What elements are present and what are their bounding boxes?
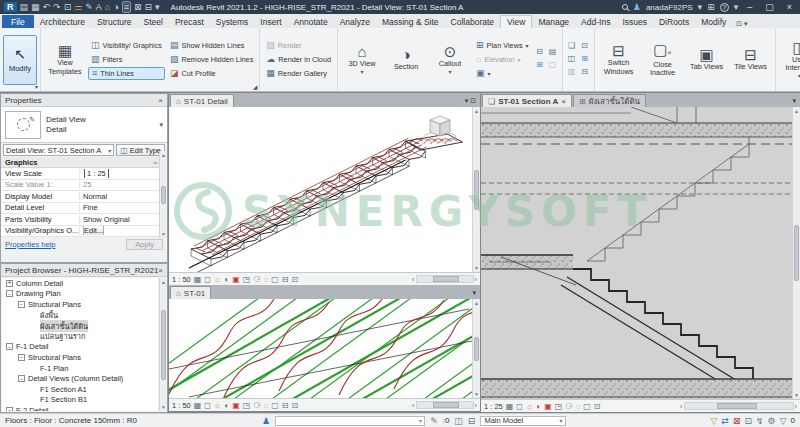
tab-architecture[interactable]: Architecture [34,15,91,28]
detail-level-icon[interactable]: ▦ [194,275,202,284]
tab-analyze[interactable]: Analyze [334,15,376,28]
qat-customize-chevron[interactable]: ▾ [155,2,160,12]
graphics-panel-launcher[interactable]: ◢ [253,83,258,90]
tab-steel[interactable]: Steel [138,15,169,28]
close-hidden-icon[interactable]: ⊠ [134,2,142,12]
filter-icon[interactable]: ▽ [780,416,787,426]
view-cube[interactable] [420,112,460,148]
pane-c-vscrollbar[interactable]: ▲▼ [792,107,800,399]
section-icon[interactable]: ◑ [113,2,118,12]
detail-level-icon[interactable]: ▦ [194,401,202,410]
account-chevron-icon[interactable]: ▾ [698,2,703,12]
sun-path-icon[interactable]: ☼ [214,401,221,410]
tree-item[interactable]: -Detail Views (Column Detail) [2,373,158,384]
user-interface-button[interactable]: ◫ User Interface▾ [779,40,800,80]
temporary-view-properties-icon[interactable]: ▢ [583,402,591,411]
help-chevron-icon[interactable]: ▾ [734,2,739,12]
viewports-icon[interactable]: ⊟ [579,67,591,79]
duplicate-view-icon[interactable]: ⊟ [534,47,546,59]
view-tab-st01-detail[interactable]: ⌂ ST-01 Detail [170,94,234,107]
sun-path-icon[interactable]: ☼ [214,275,221,284]
type-selector[interactable]: ✎ Detail ViewDetail ▾ [1,107,167,143]
main-model-icon[interactable]: ⊟ [468,416,476,426]
tree-item[interactable]: F1 Section A1 [2,384,158,395]
thin-lines-button[interactable]: ≡Thin Lines [88,67,165,80]
worksharing-display-icon[interactable]: ⊟ [282,401,289,410]
elevation-button[interactable]: ⌂Elevation▾ [473,53,532,66]
tab-issues[interactable]: Issues [616,15,653,28]
drafting-view-button[interactable]: ▣▾ [473,67,532,80]
press-drag-icon[interactable]: ⇄ [721,416,729,426]
pane-b-tab-list-icon[interactable]: ▾ [472,289,480,297]
crop-region-icon[interactable]: ◳ [243,275,251,284]
pane-c-tab-list-icon[interactable]: ▾ [792,97,800,105]
crop-region-icon[interactable]: ◳ [555,402,563,411]
scale-button[interactable]: 1 : 25 [484,402,503,411]
tree-item[interactable]: -Structural Plans [2,299,158,310]
temporary-hide-icon[interactable]: ⚆ [253,401,260,410]
temporary-hide-icon[interactable]: ⚆ [253,275,260,284]
search-icon[interactable] [622,4,628,10]
view-tab-st01-section-a[interactable]: ❏ ST-01 Section A × [482,94,572,107]
exclude-options-icon[interactable]: ▽ [710,416,717,426]
reveal-hidden-icon[interactable]: ◌ [263,275,268,284]
save-icon[interactable]: ▦ [31,2,40,12]
view-tab-basement-column-plan[interactable]: ⊞ ผังเสาชั้นใต้ดิน [573,94,646,107]
close-inactive-button[interactable]: ▢× Close Inactive [642,42,684,77]
app-store-icon[interactable]: ⊞ [707,2,715,12]
select-panel-chevron[interactable]: ▾ [35,83,38,90]
tile-views-button[interactable]: ⊟ Tile Views [730,47,772,71]
switch-windows-button[interactable]: ⊟ Switch Windows [598,43,640,75]
section-button[interactable]: ◑ Section [385,47,427,71]
switch-windows-qat-icon[interactable]: ⊟ [145,2,153,12]
tab-manage[interactable]: Manage [532,15,575,28]
legends-icon[interactable]: ▤ [547,47,559,59]
tree-item[interactable]: -F-2 Detail [2,405,158,411]
pane-b-vscrollbar[interactable]: ▲▼ [472,299,480,398]
cut-profile-button[interactable]: ◪Cut Profile [167,67,256,80]
crop-region-icon[interactable]: ◳ [243,401,251,410]
tree-item[interactable]: F1 Section B1 [2,395,158,406]
properties-help-link[interactable]: Properties help [5,240,55,249]
canvas-st01-section-a[interactable] [481,107,792,399]
matchline-icon[interactable]: ▥ [566,67,578,79]
select-by-face-icon[interactable]: ⚙ [768,416,776,426]
editable-only-icon[interactable]: ✎ [430,416,438,426]
tab-annotate[interactable]: Annotate [288,15,334,28]
tab-structure[interactable]: Structure [91,15,138,28]
pane-c-hscrollbar[interactable]: ‹› [680,402,797,411]
tab-view[interactable]: View [500,15,532,28]
open-icon[interactable]: ▤ [20,2,29,12]
graphics-section-header[interactable]: Graphics ≈ ∧ [1,157,167,168]
3d-view-icon[interactable]: ⌂ [105,2,110,12]
tab-collaborate[interactable]: Collaborate [445,15,500,28]
tab-insert[interactable]: Insert [254,15,287,28]
tab-modify[interactable]: Modify [695,15,732,28]
guide-grid-icon[interactable]: ⊞ [579,54,591,66]
minimize-button[interactable]: – [743,2,756,12]
tree-item[interactable]: +Column Detail [2,278,158,289]
render-button[interactable]: ▨Render [263,39,334,52]
shadows-icon[interactable]: ◐ [536,402,541,411]
view-templates-button[interactable]: ▦ View Templates [44,43,86,75]
pane-a-tab-list-icon[interactable]: ▾ ⊡ [465,97,480,105]
temporary-hide-icon[interactable]: ⚆ [565,402,572,411]
visibility-graphics-button[interactable]: ◫Visibility/ Graphics [88,39,165,52]
restore-button[interactable]: ▢ [761,2,778,12]
pane-a-hscrollbar[interactable]: ‹› [412,275,477,284]
reveal-hidden-icon[interactable]: ◌ [263,401,268,410]
pane-b-hscrollbar[interactable]: ‹› [412,401,477,410]
tree-item[interactable]: F-1 Plan [2,363,158,374]
tab-addins[interactable]: Add-Ins [575,15,616,28]
text-icon[interactable]: A [96,2,102,12]
crop-view-icon[interactable]: ▣ [232,401,240,410]
render-gallery-button[interactable]: ▦Render Gallery [263,67,334,80]
worksharing-display-icon[interactable]: ⊟ [282,275,289,284]
remove-hidden-lines-button[interactable]: ▧Remove Hidden Lines [167,53,256,66]
visual-style-icon[interactable]: ◻ [204,401,211,410]
ribbon-state-chevron[interactable]: ⊡ ▾ [736,20,747,28]
design-option-select[interactable]: Main Model ▾ [480,416,566,426]
measure-icon[interactable]: ⚌ [74,2,82,12]
tab-massing-site[interactable]: Massing & Site [376,15,445,28]
temporary-view-properties-icon[interactable]: ▢ [271,275,279,284]
